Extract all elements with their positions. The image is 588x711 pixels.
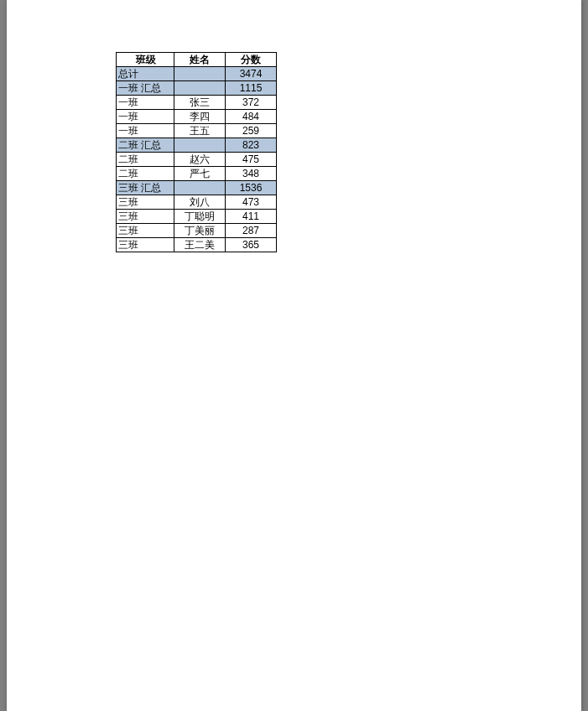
cell-class: 三班 [117, 195, 174, 210]
table-header-row: 班级 姓名 分数 [117, 53, 277, 67]
cell-score: 287 [226, 224, 277, 238]
cell-class: 三班 [117, 224, 174, 238]
cell-class: 一班 [117, 110, 174, 124]
cell-score: 475 [226, 153, 277, 167]
cell-score: 411 [226, 210, 277, 224]
header-name: 姓名 [174, 53, 226, 67]
table-row: 二班 汇总823 [117, 138, 277, 153]
cell-score: 823 [226, 138, 277, 153]
cell-name: 张三 [174, 96, 226, 110]
table-row: 三班 汇总1536 [117, 181, 277, 195]
score-table: 班级 姓名 分数 总计3474一班 汇总1115一班张三372一班李四484一班… [116, 52, 277, 252]
table-row: 一班 汇总1115 [117, 81, 277, 96]
table-row: 三班丁聪明411 [117, 210, 277, 224]
cell-class: 二班 汇总 [117, 138, 174, 153]
cell-score: 1536 [226, 181, 277, 195]
cell-class: 一班 [117, 96, 174, 110]
cell-score: 3474 [226, 67, 277, 81]
cell-class: 一班 [117, 124, 174, 138]
table-row: 二班严七348 [117, 167, 277, 181]
cell-name: 刘八 [174, 195, 226, 210]
cell-score: 259 [226, 124, 277, 138]
cell-score: 372 [226, 96, 277, 110]
cell-class: 三班 汇总 [117, 181, 174, 195]
cell-score: 484 [226, 110, 277, 124]
cell-name: 丁聪明 [174, 210, 226, 224]
cell-score: 365 [226, 238, 277, 252]
document-page: 班级 姓名 分数 总计3474一班 汇总1115一班张三372一班李四484一班… [7, 0, 581, 711]
cell-class: 总计 [117, 67, 174, 81]
cell-name [174, 138, 226, 153]
cell-name: 王五 [174, 124, 226, 138]
cell-name: 李四 [174, 110, 226, 124]
cell-class: 二班 [117, 167, 174, 181]
cell-name: 严七 [174, 167, 226, 181]
cell-class: 三班 [117, 210, 174, 224]
cell-score: 348 [226, 167, 277, 181]
content-area: 班级 姓名 分数 总计3474一班 汇总1115一班张三372一班李四484一班… [7, 0, 581, 252]
cell-class: 二班 [117, 153, 174, 167]
cell-class: 一班 汇总 [117, 81, 174, 96]
header-score: 分数 [226, 53, 277, 67]
table-row: 三班丁美丽287 [117, 224, 277, 238]
cell-name [174, 81, 226, 96]
cell-name: 王二美 [174, 238, 226, 252]
cell-name: 赵六 [174, 153, 226, 167]
cell-score: 1115 [226, 81, 277, 96]
cell-score: 473 [226, 195, 277, 210]
table-row: 一班张三372 [117, 96, 277, 110]
table-row: 二班赵六475 [117, 153, 277, 167]
cell-name: 丁美丽 [174, 224, 226, 238]
table-row: 三班王二美365 [117, 238, 277, 252]
table-row: 三班刘八473 [117, 195, 277, 210]
table-row: 总计3474 [117, 67, 277, 81]
header-class: 班级 [117, 53, 174, 67]
table-row: 一班李四484 [117, 110, 277, 124]
cell-name [174, 181, 226, 195]
cell-name [174, 67, 226, 81]
cell-class: 三班 [117, 238, 174, 252]
table-row: 一班王五259 [117, 124, 277, 138]
